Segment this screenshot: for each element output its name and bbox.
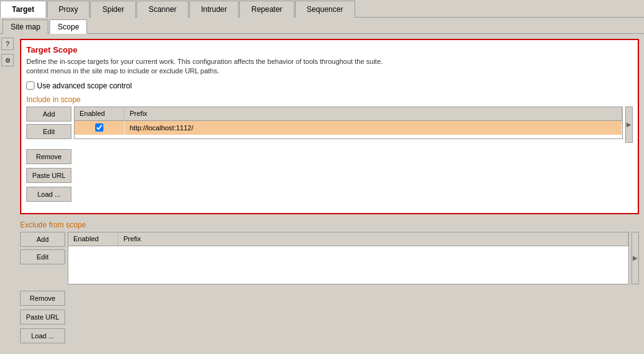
exclude-load-row: Load ...	[20, 328, 639, 343]
include-prefix-header: Prefix	[125, 107, 622, 120]
exclude-section-wrapper: Add Edit Enabled Prefix	[20, 232, 639, 284]
advanced-scope-label: Use advanced scope control	[37, 81, 132, 90]
exclude-load-button[interactable]: Load ...	[20, 328, 65, 343]
exclude-btn-column: Add Edit	[20, 232, 65, 284]
exclude-right-arrow[interactable]: ▶	[631, 232, 639, 284]
sub-tab-bar: Site map Scope	[0, 18, 644, 34]
scope-title: Target Scope	[26, 45, 633, 55]
include-remove-button[interactable]: Remove	[26, 149, 71, 164]
tab-intruder[interactable]: Intruder	[189, 1, 239, 18]
include-right-arrow[interactable]: ▶	[625, 107, 633, 143]
exclude-enabled-header: Enabled	[68, 232, 118, 246]
include-load-row: Load ...	[26, 187, 633, 202]
include-paste-row: Paste URL	[26, 168, 633, 183]
exclude-remove-row: Remove	[20, 291, 639, 306]
exclude-add-button[interactable]: Add	[20, 232, 65, 247]
main-content: ? ⚙ Target Scope Define the in-scope tar…	[0, 34, 644, 354]
exclude-edit-button[interactable]: Edit	[20, 249, 65, 264]
exclude-table-container: Add Edit Enabled Prefix	[20, 232, 629, 284]
tab-scanner[interactable]: Scanner	[137, 1, 189, 18]
tab-sequencer[interactable]: Sequencer	[295, 1, 355, 18]
include-edit-button[interactable]: Edit	[26, 124, 71, 139]
include-add-button[interactable]: Add	[26, 107, 71, 122]
include-row-checkbox[interactable]	[95, 123, 103, 132]
exclude-section: Exclude from scope Add Edit Enabled	[20, 221, 639, 343]
exclude-label: Exclude from scope	[20, 221, 639, 229]
scope-box: Target Scope Define the in-scope targets…	[20, 39, 639, 214]
exclude-paste-button[interactable]: Paste URL	[20, 310, 65, 325]
content-panel: Target Scope Define the in-scope targets…	[15, 34, 644, 354]
exclude-prefix-header: Prefix	[118, 232, 628, 246]
advanced-scope-row: Use advanced scope control	[26, 81, 633, 90]
main-tab-bar: Target Proxy Spider Scanner Intruder Rep…	[0, 0, 644, 18]
include-lower-buttons: Remove	[26, 149, 633, 164]
exclude-empty-area	[68, 246, 628, 284]
advanced-scope-checkbox[interactable]	[26, 81, 34, 90]
include-section: Add Edit Enabled Prefix	[26, 107, 633, 143]
exclude-paste-row: Paste URL	[20, 310, 639, 325]
include-paste-button[interactable]: Paste URL	[26, 168, 71, 183]
subtab-sitemap[interactable]: Site map	[3, 19, 48, 34]
include-load-button[interactable]: Load ...	[26, 187, 71, 202]
include-label: Include in scope	[26, 95, 633, 104]
scope-description: Define the in-scope targets for your cur…	[26, 57, 633, 76]
tab-repeater[interactable]: Repeater	[239, 1, 294, 18]
exclude-remove-button[interactable]: Remove	[20, 291, 65, 306]
tab-proxy[interactable]: Proxy	[47, 1, 90, 18]
include-table-row[interactable]: http://localhost:1112/	[75, 121, 622, 135]
include-table-container: Add Edit Enabled Prefix	[26, 107, 623, 139]
include-btn-column: Add Edit	[26, 107, 71, 139]
settings-icon-button[interactable]: ⚙	[1, 54, 14, 66]
tab-spider[interactable]: Spider	[90, 1, 136, 18]
exclude-table: Enabled Prefix	[68, 232, 629, 284]
include-table: Enabled Prefix http://localhost:1112/	[74, 107, 623, 139]
include-table-header: Enabled Prefix	[75, 107, 622, 121]
exclude-table-header: Enabled Prefix	[68, 232, 628, 246]
include-enabled-header: Enabled	[75, 107, 125, 120]
include-row-prefix: http://localhost:1112/	[125, 121, 622, 135]
tab-target[interactable]: Target	[0, 1, 46, 18]
subtab-scope[interactable]: Scope	[49, 19, 87, 34]
sidebar-icons: ? ⚙	[0, 34, 15, 354]
include-row-enabled	[75, 121, 125, 135]
help-icon-button[interactable]: ?	[1, 38, 14, 50]
